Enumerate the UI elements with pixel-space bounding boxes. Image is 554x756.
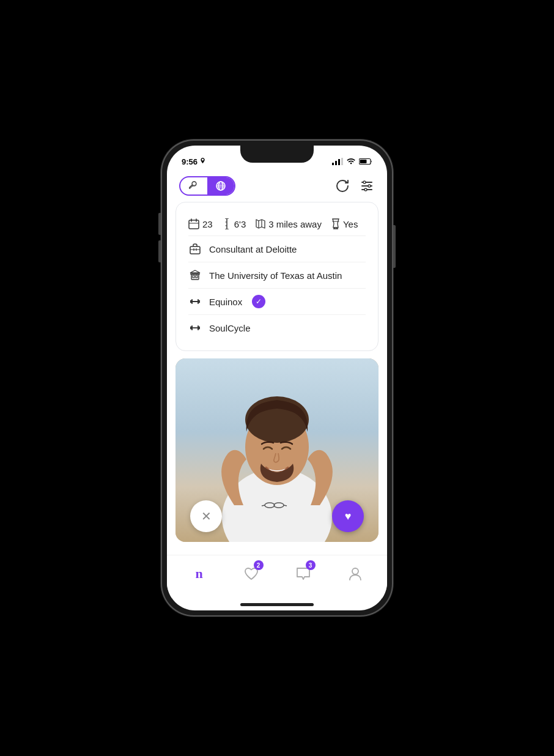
drinks-stat: Yes — [331, 218, 358, 229]
height-stat: 6'3 — [223, 218, 246, 229]
nav-likes[interactable]: 2 — [237, 561, 266, 586]
gym2-row: SoulCycle — [188, 314, 366, 341]
x-icon: ✕ — [201, 509, 212, 524]
filter-tab-globe[interactable] — [207, 177, 234, 195]
university-icon — [188, 269, 202, 282]
svg-point-14 — [363, 181, 366, 183]
graduation-icon — [190, 270, 201, 281]
notch — [240, 146, 314, 163]
filter-sliders-icon — [360, 179, 374, 193]
age-value: 23 — [202, 219, 213, 229]
age-icon — [188, 218, 199, 229]
filter-tabs[interactable] — [179, 176, 235, 196]
heart-icon: ♥ — [345, 510, 352, 523]
svg-rect-0 — [332, 163, 334, 165]
gym2-text: SoulCycle — [209, 323, 251, 333]
refresh-icon — [335, 179, 350, 193]
map-icon — [256, 218, 265, 229]
svg-rect-49 — [198, 325, 199, 330]
gym1-icon — [188, 295, 202, 308]
svg-rect-47 — [191, 325, 193, 330]
like-button[interactable]: ♥ — [332, 500, 364, 532]
distance-value: 3 miles away — [268, 219, 322, 229]
gym1-text: Equinox — [209, 297, 242, 307]
svg-rect-2 — [338, 159, 340, 165]
university-row: The University of Texas at Austin — [188, 262, 366, 288]
app-header — [167, 172, 387, 202]
dumbbell-icon — [189, 297, 201, 306]
svg-marker-40 — [190, 270, 200, 273]
dumbbell2-icon — [189, 324, 201, 332]
bottom-nav: n 2 3 — [167, 555, 387, 598]
svg-rect-42 — [191, 299, 193, 304]
filter-tab-key[interactable] — [180, 177, 207, 195]
gym1-row: Equinox ✓ — [188, 288, 366, 314]
profile-nav-icon — [349, 566, 362, 581]
nav-messages[interactable]: 3 — [289, 561, 318, 586]
battery-icon — [359, 158, 372, 165]
svg-rect-37 — [193, 275, 194, 278]
svg-rect-50 — [199, 327, 200, 330]
stats-row: 23 6'3 — [188, 212, 366, 235]
job-icon — [188, 242, 202, 256]
svg-rect-17 — [189, 220, 199, 229]
header-actions — [334, 178, 375, 194]
messages-badge: 3 — [306, 560, 316, 570]
status-time: 9:56 — [182, 157, 206, 166]
location-icon — [200, 158, 206, 165]
nav-profile[interactable] — [341, 561, 370, 586]
svg-rect-1 — [335, 161, 337, 165]
home-indicator — [167, 598, 387, 610]
drinks-icon — [331, 218, 340, 229]
time-display: 9:56 — [182, 157, 198, 166]
profile-photo-card: ✕ ♥ — [175, 358, 379, 542]
svg-rect-38 — [196, 275, 198, 278]
verified-badge: ✓ — [252, 295, 265, 308]
briefcase-icon — [190, 243, 201, 254]
svg-rect-32 — [190, 246, 200, 254]
wifi-icon — [346, 158, 356, 165]
svg-rect-44 — [198, 299, 199, 304]
phone-frame: 9:56 — [161, 139, 393, 617]
profile-info-card: 23 6'3 — [175, 202, 379, 351]
height-icon — [223, 218, 231, 229]
app-logo: n — [195, 566, 202, 582]
key-icon — [189, 181, 199, 191]
height-value: 6'3 — [234, 219, 246, 229]
svg-point-15 — [368, 185, 371, 187]
distance-stat: 3 miles away — [256, 218, 322, 229]
dislike-button[interactable]: ✕ — [190, 500, 222, 532]
job-text: Consultant at Deloitte — [209, 244, 297, 254]
svg-rect-5 — [360, 160, 367, 163]
svg-point-60 — [352, 568, 358, 574]
status-icons — [332, 158, 372, 165]
university-text: The University of Texas at Austin — [209, 270, 342, 281]
drinks-value: Yes — [343, 219, 358, 229]
refresh-button[interactable] — [334, 178, 350, 194]
likes-badge: 2 — [254, 560, 264, 570]
gym2-icon — [188, 321, 202, 335]
info-stats: 23 6'3 — [188, 218, 358, 229]
svg-rect-43 — [190, 300, 191, 303]
filter-button[interactable] — [359, 178, 375, 194]
scroll-content[interactable]: 23 6'3 — [167, 202, 387, 555]
nav-home[interactable]: n — [185, 561, 214, 586]
svg-rect-3 — [341, 158, 343, 165]
job-row: Consultant at Deloitte — [188, 235, 366, 262]
signal-icon — [332, 158, 343, 165]
svg-rect-48 — [190, 327, 191, 330]
svg-point-16 — [364, 188, 367, 191]
phone-screen: 9:56 — [167, 146, 387, 610]
action-buttons: ✕ ♥ — [175, 500, 379, 532]
globe-icon — [216, 181, 226, 191]
home-bar — [240, 603, 314, 606]
svg-rect-45 — [199, 300, 200, 303]
age-stat: 23 — [188, 218, 213, 229]
